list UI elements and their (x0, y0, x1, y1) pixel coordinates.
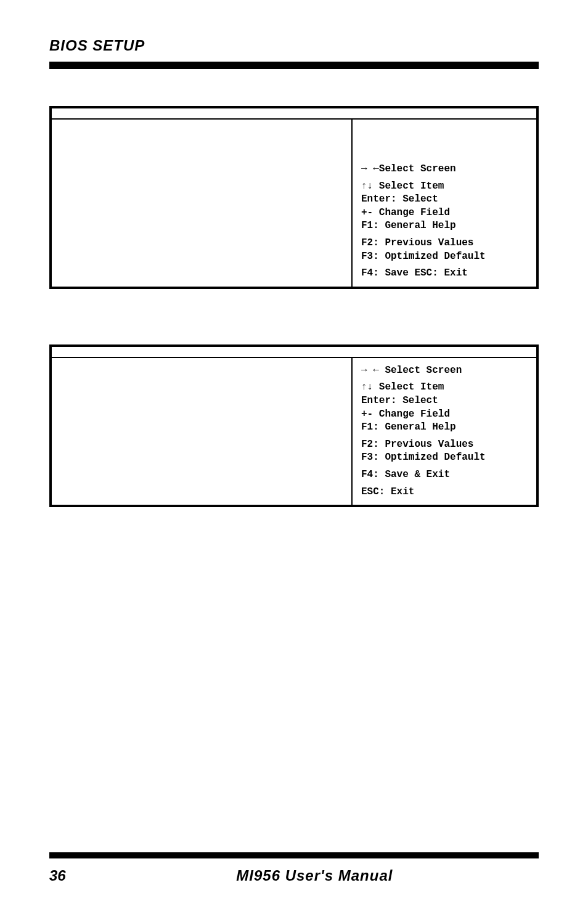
enter-text: Enter: Select (361, 193, 529, 206)
f4-text: F4: Save & Exit (361, 468, 529, 482)
bios-box-1-top-strip (52, 108, 536, 120)
f2-text: F2: Previous Values (361, 237, 529, 250)
f3-text: F3: Optimized Default (361, 451, 529, 465)
change-field-text: +- Change Field (361, 408, 529, 422)
select-screen-text: → ←Select Screen (361, 163, 529, 176)
footer: 36 MI956 User's Manual (49, 852, 539, 884)
select-screen-text: → ← Select Screen (361, 364, 529, 378)
footer-divider (49, 852, 539, 858)
f3-text: F3: Optimized Default (361, 250, 529, 264)
f4-text: F4: Save ESC: Exit (361, 267, 529, 280)
page-number: 36 (49, 867, 66, 884)
select-item-text: ↑↓ Select Item (361, 381, 529, 394)
change-field-text: +- Change Field (361, 206, 529, 220)
f2-text: F2: Previous Values (361, 438, 529, 452)
f1-text: F1: General Help (361, 421, 529, 434)
enter-text: Enter: Select (361, 394, 529, 408)
bios-box-1-right: → ←Select Screen ↑↓ Select Item Enter: S… (351, 120, 536, 287)
select-item-text: ↑↓ Select Item (361, 180, 529, 194)
bios-box-2: → ← Select Screen ↑↓ Select Item Enter: … (49, 344, 539, 507)
bios-box-2-right: → ← Select Screen ↑↓ Select Item Enter: … (351, 358, 536, 505)
bios-box-2-left (52, 358, 351, 505)
header-divider (49, 62, 539, 69)
page-header-title: BIOS SETUP (49, 37, 539, 54)
page: BIOS SETUP → ←Select Screen ↑↓ Select It… (0, 0, 588, 909)
esc-text: ESC: Exit (361, 486, 529, 499)
bios-box-2-body: → ← Select Screen ↑↓ Select Item Enter: … (52, 358, 536, 505)
bios-box-1-body: → ←Select Screen ↑↓ Select Item Enter: S… (52, 120, 536, 287)
bios-box-1: → ←Select Screen ↑↓ Select Item Enter: S… (49, 106, 539, 289)
f1-text: F1: General Help (361, 219, 529, 233)
bios-box-2-top-strip (52, 347, 536, 358)
footer-title: MI956 User's Manual (91, 867, 539, 884)
footer-row: 36 MI956 User's Manual (49, 867, 539, 884)
bios-box-1-left (52, 120, 351, 287)
